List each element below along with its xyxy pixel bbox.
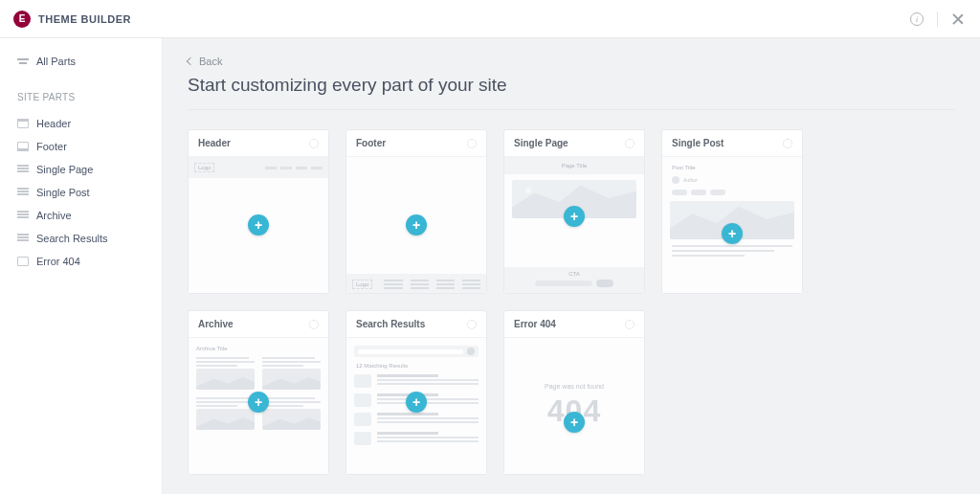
sidebar-item-label: Single Page bbox=[36, 164, 93, 175]
sidebar-item-single-page[interactable]: Single Page bbox=[0, 158, 162, 181]
card-head: Archive bbox=[189, 311, 328, 338]
page-icon bbox=[17, 165, 29, 174]
card-search-results[interactable]: Search Results 12 Matching Results bbox=[345, 310, 487, 475]
sidebar-all-parts[interactable]: All Parts bbox=[0, 50, 162, 73]
chevron-left-icon bbox=[187, 57, 194, 65]
card-error-404[interactable]: Error 404 Page was not found 404 bbox=[503, 310, 645, 475]
info-button[interactable] bbox=[908, 11, 925, 28]
card-preview: Post Title Author bbox=[662, 157, 802, 293]
card-preview: Page was not found 404 bbox=[504, 338, 644, 474]
search-results-icon bbox=[17, 234, 29, 243]
topbar: E THEME BUILDER bbox=[0, 0, 980, 38]
sidebar-item-archive[interactable]: Archive bbox=[0, 204, 162, 227]
wf-col bbox=[411, 280, 429, 289]
wf-result-item bbox=[354, 432, 479, 445]
sidebar-item-footer[interactable]: Footer bbox=[0, 135, 162, 158]
error-icon bbox=[17, 257, 29, 266]
card-preview: Page Title CTA bbox=[504, 157, 644, 293]
card-header[interactable]: Header Logo bbox=[188, 129, 329, 294]
card-preview: Logo bbox=[346, 157, 486, 293]
footer-icon bbox=[17, 142, 29, 151]
card-single-page[interactable]: Single Page Page Title CTA bbox=[503, 129, 645, 294]
header-icon bbox=[17, 119, 29, 128]
card-title: Single Post bbox=[672, 138, 724, 148]
close-icon bbox=[951, 12, 965, 26]
archive-icon bbox=[17, 211, 29, 220]
wf-col bbox=[384, 280, 402, 289]
card-preview: Logo bbox=[189, 157, 328, 293]
info-icon bbox=[910, 12, 924, 26]
main: Back Start customizing every part of you… bbox=[163, 38, 980, 494]
card-footer[interactable]: Footer Logo bbox=[345, 129, 487, 294]
card-head: Footer bbox=[346, 130, 486, 157]
sidebar-all-parts-label: All Parts bbox=[36, 56, 76, 67]
gear-icon[interactable] bbox=[467, 139, 477, 148]
sidebar-heading: SITE PARTS bbox=[0, 73, 162, 112]
wf-cta-label: CTA bbox=[568, 271, 580, 277]
wf-result-item bbox=[354, 413, 479, 426]
add-button[interactable] bbox=[406, 214, 427, 236]
sidebar-item-label: Header bbox=[36, 118, 71, 129]
topbar-actions bbox=[908, 11, 967, 28]
sidebar-item-label: Error 404 bbox=[36, 256, 80, 267]
add-button[interactable] bbox=[564, 206, 585, 227]
add-button[interactable] bbox=[406, 392, 427, 413]
add-button[interactable] bbox=[564, 412, 585, 433]
gear-icon[interactable] bbox=[467, 320, 477, 329]
wf-result-count: 12 Matching Results bbox=[356, 363, 477, 369]
card-title: Header bbox=[198, 138, 231, 148]
card-title: Footer bbox=[356, 138, 386, 148]
back-link[interactable]: Back bbox=[188, 56, 955, 67]
close-button[interactable] bbox=[949, 11, 967, 28]
wf-author-label: Author bbox=[683, 177, 698, 183]
brand-title: THEME BUILDER bbox=[38, 13, 131, 25]
card-head: Single Post bbox=[662, 130, 802, 157]
sidebar-item-error-404[interactable]: Error 404 bbox=[0, 250, 162, 273]
sidebar-item-single-post[interactable]: Single Post bbox=[0, 181, 162, 204]
wf-col bbox=[462, 280, 480, 289]
wf-grid-item bbox=[262, 357, 321, 390]
gear-icon[interactable] bbox=[625, 139, 635, 148]
card-archive[interactable]: Archive Archive Title bbox=[188, 310, 329, 475]
wf-page-title: Page Title bbox=[504, 157, 644, 174]
wf-logo: Logo bbox=[194, 163, 214, 172]
card-head: Error 404 bbox=[504, 311, 644, 338]
card-head: Search Results bbox=[346, 311, 486, 338]
wf-tags bbox=[672, 190, 792, 195]
card-head: Header bbox=[189, 130, 328, 157]
brand-logo-icon: E bbox=[13, 11, 31, 28]
topbar-divider bbox=[937, 11, 938, 27]
wf-footer-bar: Logo bbox=[346, 274, 486, 293]
sidebar-item-label: Search Results bbox=[36, 233, 108, 244]
sidebar-item-label: Footer bbox=[36, 141, 67, 152]
wf-header-bar: Logo bbox=[189, 157, 328, 178]
wf-404-message: Page was not found bbox=[545, 383, 604, 390]
add-button[interactable] bbox=[722, 223, 743, 244]
wf-post-title: Post Title bbox=[672, 165, 792, 170]
wf-result-item bbox=[354, 374, 479, 388]
sidebar: All Parts SITE PARTS Header Footer Singl… bbox=[0, 38, 163, 494]
brand: E THEME BUILDER bbox=[13, 11, 131, 28]
post-icon bbox=[17, 188, 29, 197]
page-title: Start customizing every part of your sit… bbox=[188, 75, 955, 110]
gear-icon[interactable] bbox=[309, 320, 319, 329]
sidebar-item-header[interactable]: Header bbox=[0, 112, 162, 135]
card-preview: 12 Matching Results bbox=[346, 338, 486, 474]
sidebar-item-search-results[interactable]: Search Results bbox=[0, 227, 162, 250]
gear-icon[interactable] bbox=[783, 139, 792, 148]
wf-grid-item bbox=[196, 357, 255, 390]
gear-icon[interactable] bbox=[309, 139, 319, 148]
wf-search-bar bbox=[354, 346, 479, 357]
wf-logo: Logo bbox=[352, 280, 372, 289]
add-button[interactable] bbox=[248, 214, 269, 236]
filter-icon bbox=[17, 56, 29, 66]
wf-archive-title: Archive Title bbox=[196, 346, 321, 351]
wf-grid-item bbox=[262, 397, 321, 430]
gear-icon[interactable] bbox=[625, 320, 635, 329]
wf-col bbox=[436, 280, 455, 289]
sidebar-item-label: Single Post bbox=[36, 187, 90, 198]
layout: All Parts SITE PARTS Header Footer Singl… bbox=[0, 38, 980, 494]
add-button[interactable] bbox=[248, 392, 269, 413]
card-single-post[interactable]: Single Post Post Title Author bbox=[661, 129, 803, 294]
card-title: Error 404 bbox=[514, 319, 556, 329]
